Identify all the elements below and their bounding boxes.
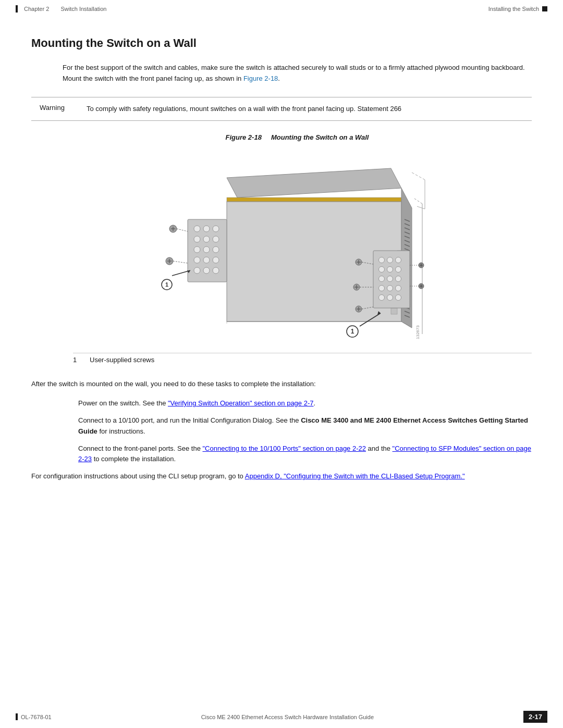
- svg-point-36: [213, 226, 219, 232]
- figure-caption-bold: Figure 2-18: [226, 133, 262, 141]
- header-left-line: [16, 5, 18, 13]
- svg-marker-0: [227, 168, 401, 198]
- header-section: Switch Installation: [60, 6, 106, 12]
- header-right-square: [542, 6, 547, 11]
- svg-line-61: [414, 199, 422, 204]
- bullet3-text-mid: and the: [366, 445, 393, 452]
- bullet2-text-after: for instructions.: [97, 427, 145, 435]
- svg-point-71: [387, 276, 393, 282]
- svg-point-69: [396, 267, 401, 273]
- footer: OL-7678-01 Cisco ME 2400 Ethernet Access…: [0, 706, 563, 728]
- svg-point-74: [387, 286, 393, 291]
- svg-point-38: [203, 236, 210, 242]
- svg-point-35: [203, 226, 210, 232]
- config-paragraph: For configuration instructions about usi…: [31, 471, 532, 482]
- svg-point-72: [396, 276, 401, 282]
- bullet-item-2: Connect to a 10/100 port, and run the In…: [31, 415, 532, 437]
- bullet3-text-before: Connect to the front-panel ports. See th…: [78, 445, 202, 452]
- svg-point-34: [194, 226, 200, 232]
- legend-row-1: 1 User-supplied screws: [73, 353, 532, 366]
- bullet1-text-before: Power on the switch. See the: [78, 399, 168, 407]
- bullet-item-3: Connect to the front-panel ports. See th…: [31, 443, 532, 465]
- svg-line-103: [412, 172, 425, 180]
- intro-text-after: .: [278, 75, 280, 82]
- figure-18-link[interactable]: Figure 2-18: [243, 75, 278, 82]
- figure-legend: 1 User-supplied screws: [31, 353, 532, 366]
- footer-left-line: [16, 713, 18, 720]
- svg-point-66: [396, 257, 401, 263]
- svg-point-41: [203, 246, 210, 253]
- svg-line-56: [173, 261, 188, 263]
- svg-point-77: [387, 295, 393, 301]
- svg-point-67: [379, 267, 385, 273]
- svg-rect-1: [227, 198, 401, 202]
- svg-point-37: [194, 236, 200, 242]
- footer-center: Cisco ME 2400 Ethernet Access Switch Har…: [201, 714, 374, 720]
- header-right-text: Installing the Switch: [488, 6, 539, 12]
- left-bracket: 1: [162, 219, 227, 290]
- bullet2-text-before: Connect to a 10/100 port, and run the In…: [78, 416, 301, 424]
- footer-doc-number: OL-7678-01: [21, 714, 52, 720]
- header-chapter: Chapter 2: [24, 6, 49, 12]
- footer-center-text: Cisco ME 2400 Ethernet Access Switch Har…: [201, 714, 374, 720]
- config-text-before: For configuration instructions about usi…: [31, 472, 245, 480]
- page-container: Chapter 2 Switch Installation Installing…: [0, 0, 563, 728]
- catalog-number: 132673: [415, 325, 420, 339]
- bullet1-text-after: .: [313, 399, 315, 407]
- footer-left: OL-7678-01: [16, 713, 52, 720]
- intro-text-before: For the best support of the switch and c…: [63, 64, 525, 82]
- warning-text: To comply with safety regulations, mount…: [87, 105, 401, 113]
- svg-point-45: [213, 257, 219, 263]
- figure-caption-italic: Mounting the Switch on a Wall: [271, 133, 369, 141]
- svg-point-64: [379, 257, 385, 263]
- warning-content: To comply with safety regulations, mount…: [87, 104, 401, 115]
- svg-text:1: 1: [165, 281, 168, 288]
- diagram-svg: 1: [136, 146, 427, 344]
- svg-line-105: [417, 206, 425, 209]
- config-link[interactable]: Appendix D, "Configuring the Switch with…: [245, 472, 465, 480]
- svg-point-65: [387, 257, 393, 263]
- legend-desc-1: User-supplied screws: [90, 356, 154, 364]
- header-right: Installing the Switch: [488, 6, 547, 12]
- svg-point-76: [379, 295, 385, 301]
- svg-point-42: [213, 246, 219, 253]
- svg-point-43: [194, 257, 200, 263]
- after-figure-paragraph: After the switch is mounted on the wall,…: [31, 379, 532, 390]
- figure-caption: Figure 2-18 Mounting the Switch on a Wal…: [31, 133, 532, 141]
- page-title: Mounting the Switch on a Wall: [31, 36, 532, 50]
- svg-point-48: [213, 267, 219, 274]
- svg-point-68: [387, 267, 393, 273]
- svg-point-46: [194, 267, 200, 274]
- content-area: Mounting the Switch on a Wall For the be…: [0, 16, 563, 522]
- bullet-item-1: Power on the switch. See the "Verifying …: [31, 398, 532, 409]
- warning-section: Warning To comply with safety regulation…: [31, 97, 532, 121]
- legend-num-1: 1: [73, 356, 83, 364]
- figure-container: 1: [31, 146, 532, 344]
- after-figure-text: After the switch is mounted on the wall,…: [31, 380, 316, 388]
- svg-point-73: [379, 286, 385, 291]
- svg-line-52: [177, 229, 188, 231]
- svg-point-44: [203, 257, 210, 263]
- warning-label: Warning: [40, 104, 76, 112]
- svg-point-39: [213, 236, 219, 242]
- footer-page-number: 2-17: [523, 711, 547, 723]
- header-left: Chapter 2 Switch Installation: [16, 5, 106, 13]
- intro-paragraph: For the best support of the switch and c…: [31, 63, 532, 84]
- svg-point-70: [379, 276, 385, 282]
- wall-surface: [412, 172, 425, 209]
- bullet3-link1[interactable]: "Connecting to the 10/100 Ports" section…: [202, 445, 366, 452]
- svg-point-47: [203, 267, 210, 274]
- svg-rect-31: [391, 308, 397, 314]
- bullet3-text-after: to complete the installation.: [92, 455, 176, 463]
- svg-text:1: 1: [351, 328, 354, 335]
- svg-point-40: [194, 246, 200, 253]
- svg-point-78: [396, 295, 401, 301]
- svg-point-75: [396, 286, 401, 291]
- bullet1-link[interactable]: "Verifying Switch Operation" section on …: [168, 399, 314, 407]
- header-bar: Chapter 2 Switch Installation Installing…: [0, 0, 563, 16]
